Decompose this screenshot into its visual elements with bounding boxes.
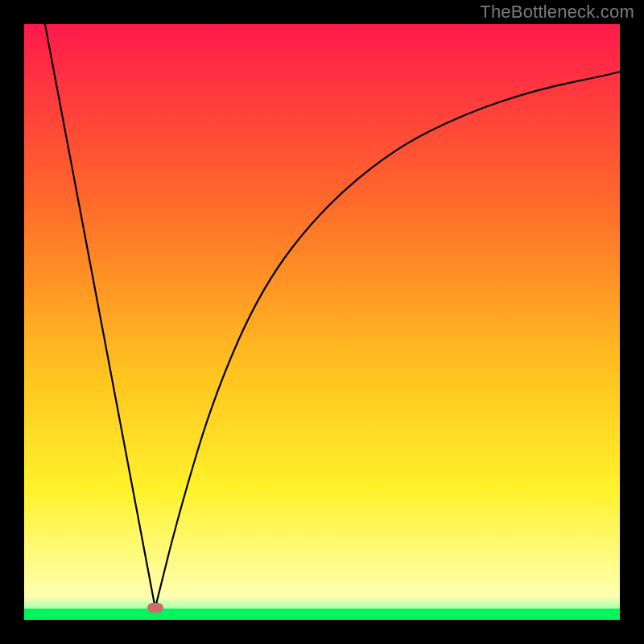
plot-area xyxy=(24,24,620,620)
chart-frame: TheBottleneck.com xyxy=(0,0,644,644)
watermark-text: TheBottleneck.com xyxy=(480,2,634,23)
minimum-marker xyxy=(147,603,163,613)
bottleneck-curve xyxy=(24,24,620,620)
